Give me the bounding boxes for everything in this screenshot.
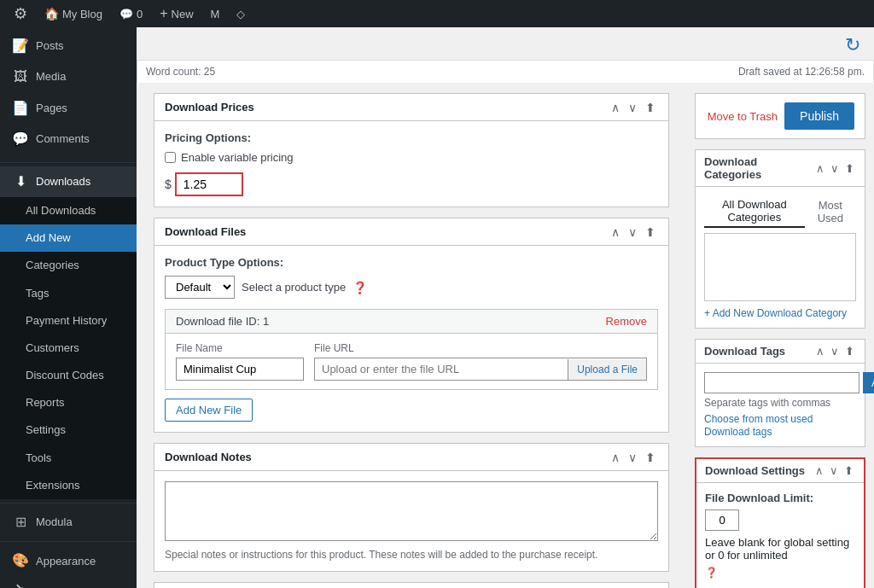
download-files-toggle-btn[interactable]: ⬆ [643,226,658,238]
publish-button[interactable]: Publish [784,102,854,130]
file-limit-label: File Download Limit: [705,492,855,504]
download-files-controls: ∧ ∨ ⬆ [609,226,658,238]
download-categories-box: Download Categories ∧ ∨ ⬆ All Download C… [695,149,865,329]
categories-expand-btn[interactable]: ∧ [814,162,826,175]
admin-bar-modula[interactable]: M [204,0,227,27]
download-files-header: Download Files ∧ ∨ ⬆ [154,218,668,246]
download-settings-controls: ∧ ∨ ⬆ [813,464,855,477]
pages-icon: 📄 [12,99,29,118]
tags-expand-btn[interactable]: ∧ [814,345,826,358]
sidebar-item-plugins[interactable]: 🔌 Plugins [0,577,137,588]
select-type-label: Select a product type [242,281,346,294]
admin-bar-site-name[interactable]: 🏠 My Blog [38,0,109,27]
download-notes-textarea[interactable] [165,481,658,541]
download-tags-controls: ∧ ∨ ⬆ [814,345,856,358]
upload-file-button[interactable]: Upload a File [568,359,646,380]
limit-help-text: Leave blank for global setting or 0 for … [705,536,855,562]
word-count-label: Word count: 25 [146,66,215,78]
sidebar-item-customers[interactable]: Customers [0,335,137,362]
download-notes-collapse-btn[interactable]: ∨ [626,451,639,463]
file-id-label: Download file ID: 1 [176,315,269,328]
product-type-help-icon[interactable]: ❓ [353,281,367,294]
comments-icon: 💬 [12,130,29,148]
limit-help-icon[interactable]: ❓ [705,567,718,579]
categories-toggle-btn[interactable]: ⬆ [843,162,856,175]
sidebar-item-modula[interactable]: ⊞ Modula [0,507,137,538]
sidebar-item-extensions[interactable]: Extensions [0,472,137,499]
download-files-collapse-btn[interactable]: ∨ [626,226,639,238]
appearance-icon: 🎨 [12,551,29,570]
sidebar-item-tools[interactable]: Tools [0,445,137,472]
download-tags-box: Download Tags ∧ ∨ ⬆ Add Separate tags wi… [695,339,865,447]
file-name-input[interactable] [176,358,304,381]
choose-tags-link[interactable]: Choose from most used Download tags [704,413,813,438]
add-new-category-link[interactable]: + Add New Download Category [704,307,847,319]
sidebar-item-tags[interactable]: Tags [0,280,137,307]
sidebar-item-add-new[interactable]: Add New [0,224,137,252]
sidebar-item-pages[interactable]: 📄 Pages [0,93,137,124]
admin-bar-wp-logo[interactable]: ⚙ [7,0,34,27]
sidebar-item-comments[interactable]: 💬 Comments [0,124,137,154]
product-type-row: Default Bundle Service Select a product … [165,276,658,299]
media-icon: 🖼 [12,67,29,86]
settings-toggle-btn[interactable]: ⬆ [842,464,855,477]
add-tag-button[interactable]: Add [863,372,874,393]
sidebar-divider-1 [0,162,137,163]
sidebar-item-discount-codes[interactable]: Discount Codes [0,362,137,389]
add-new-file-button[interactable]: Add New File [165,399,253,422]
download-categories-title: Download Categories [704,155,814,181]
modula-icon: ⊞ [12,513,29,532]
most-used-tab[interactable]: Most Used [805,195,856,228]
sidebar-item-posts[interactable]: 📝 Posts [0,31,137,61]
sidebar-item-appearance[interactable]: 🎨 Appearance [0,545,137,576]
sidebar-item-settings-downloads[interactable]: Settings [0,416,137,444]
variable-pricing-checkbox[interactable] [165,152,176,163]
download-prices-collapse-btn[interactable]: ∨ [626,102,639,114]
pricing-options-label: Pricing Options: [165,131,658,144]
settings-collapse-btn[interactable]: ∨ [828,464,840,477]
sidebar-item-all-downloads[interactable]: All Downloads [0,197,137,224]
downloads-icon: ⬇ [12,172,29,191]
price-input[interactable] [175,172,243,196]
download-notes-body: Special notes or instructions for this p… [154,471,668,571]
yoast-seo-header: Yoast SEO ∧ ∨ ⬆ [154,583,668,588]
download-notes-expand-btn[interactable]: ∧ [609,451,622,463]
sidebar-item-downloads[interactable]: ⬇ Downloads [0,166,137,197]
download-prices-expand-btn[interactable]: ∧ [609,102,622,114]
all-categories-tab[interactable]: All Download Categories [704,195,805,228]
download-settings-body: File Download Limit: Leave blank for glo… [696,483,864,588]
file-url-input[interactable] [315,358,568,380]
product-type-select[interactable]: Default Bundle Service [165,276,235,299]
download-tags-body: Add Separate tags with commas Choose fro… [696,364,865,446]
download-prices-controls: ∧ ∨ ⬆ [609,102,658,114]
download-notes-toggle-btn[interactable]: ⬆ [643,451,658,463]
tags-toggle-btn[interactable]: ⬆ [843,345,856,358]
remove-file-link[interactable]: Remove [606,315,647,328]
download-prices-toggle-btn[interactable]: ⬆ [643,102,658,114]
tags-collapse-btn[interactable]: ∨ [829,345,841,358]
admin-bar-comments[interactable]: 💬 0 [113,0,149,27]
admin-bar: ⚙ 🏠 My Blog 💬 0 + New M ◇ [0,0,874,27]
admin-bar-divi[interactable]: ◇ [230,0,252,27]
tag-help-text: Separate tags with commas [704,397,856,409]
sidebar-section-main: 📝 Posts 🖼 Media 📄 Pages 💬 Comments [0,27,137,159]
sidebar-item-reports[interactable]: Reports [0,389,137,416]
download-files-expand-btn[interactable]: ∧ [609,226,622,238]
download-prices-metabox: Download Prices ∧ ∨ ⬆ Pricing Options: E… [154,93,669,207]
sidebar-item-categories[interactable]: Categories [0,252,137,279]
file-limit-input[interactable] [705,509,739,531]
refresh-icon[interactable]: ↻ [845,34,860,56]
sidebar-divider-2 [0,503,137,504]
admin-bar-new[interactable]: + New [153,0,200,27]
download-categories-header: Download Categories ∧ ∨ ⬆ [696,150,865,187]
move-to-trash-link[interactable]: Move to Trash [708,110,778,123]
tag-input[interactable] [704,372,859,393]
settings-expand-btn[interactable]: ∧ [813,464,825,477]
file-name-label: File Name [176,342,304,354]
sidebar-item-media[interactable]: 🖼 Media [0,61,137,92]
download-files-metabox: Download Files ∧ ∨ ⬆ Product Type Option… [154,218,669,433]
sidebar-item-payment-history[interactable]: Payment History [0,307,137,335]
sidebar-divider-3 [0,541,137,542]
categories-collapse-btn[interactable]: ∨ [829,162,841,175]
tag-input-row: Add [704,372,856,393]
